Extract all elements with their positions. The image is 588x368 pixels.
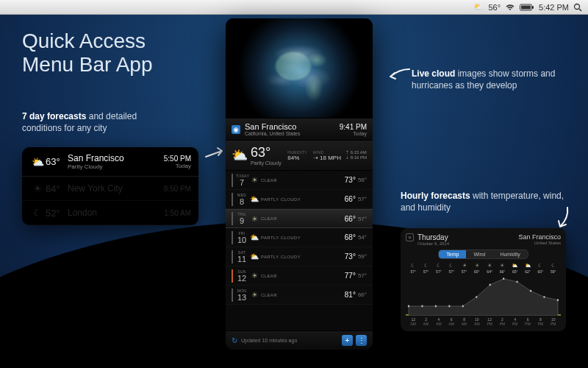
day-high: 66° (345, 215, 356, 223)
hourly-icons: ☾☾☾☾☀☀☀☀⛅⛅☾☾ (406, 263, 561, 269)
seg-temp[interactable]: Temp (439, 250, 466, 258)
city-time: 8:50 PM (164, 185, 191, 193)
weather-icon: ☀ (29, 183, 46, 194)
day-low: 57° (358, 216, 367, 222)
location-time-sub: Today (340, 131, 367, 136)
svg-point-15 (530, 290, 531, 292)
forecast-day-row[interactable]: SAT11⛅PARTLY CLOUDY73°59° (226, 247, 373, 266)
panel-footer: ↻ Updated 10 minutes ago + ⋮ (226, 330, 373, 350)
svg-point-10 (462, 305, 464, 308)
settings-button[interactable]: ⋮ (356, 335, 367, 346)
hourly-region: United States (518, 241, 561, 245)
seg-wind[interactable]: Wind (466, 250, 492, 258)
day-low: 66° (358, 291, 367, 298)
city-time: 1:50 AM (164, 209, 191, 217)
day-high: 66° (345, 195, 356, 203)
day-low: 57° (358, 196, 367, 202)
day-condition: CLEAR (261, 216, 345, 221)
annot-forecasts: 7 day forecasts and detailed conditions … (22, 110, 176, 134)
svg-point-12 (490, 284, 491, 286)
svg-point-6 (408, 305, 409, 308)
svg-rect-2 (521, 5, 531, 9)
day-condition: PARTLY CLOUDY (261, 255, 345, 259)
forecast-day-row[interactable]: SUN12☀CLEAR77°57° (226, 266, 373, 286)
svg-point-7 (421, 305, 423, 308)
add-location-button[interactable]: + (342, 335, 353, 346)
weather-icon: ☾ (29, 207, 46, 219)
svg-point-9 (448, 305, 450, 308)
hourly-popover: × Thursday October 9, 2014 San Francisco… (401, 228, 566, 331)
forecast-days: TODAY7☀CLEAR73°58°WED8⛅PARTLY CLOUDY66°5… (226, 171, 373, 330)
forecast-day-row[interactable]: TODAY7☀CLEAR73°58° (226, 171, 373, 190)
location-city: San Francisco (245, 122, 340, 131)
city-list-item[interactable]: ☀64°New York City8:50 PM (22, 177, 198, 201)
weather-icon: ⛅ (29, 156, 46, 168)
day-low: 58° (358, 177, 367, 183)
sunrise-time: ⇡ 6:15 AM (345, 150, 367, 155)
forecast-day-row[interactable]: WED8⛅PARTLY CLOUDY66°57° (226, 190, 373, 209)
city-temp: 52° (46, 208, 68, 219)
day-weather-icon: ☀ (248, 176, 261, 184)
location-header[interactable]: ◉ San Francisco California, United State… (226, 118, 373, 141)
seg-humidity[interactable]: Humidity (492, 250, 527, 258)
city-list-item[interactable]: ☾52°London1:50 AM (22, 201, 198, 225)
day-low: 54° (358, 234, 367, 241)
city-name: San Francisco (68, 153, 164, 163)
svg-point-11 (476, 296, 477, 298)
spotlight-icon[interactable] (573, 3, 582, 12)
refresh-icon[interactable]: ↻ (232, 336, 237, 344)
current-weather-icon: ⛅ (232, 147, 246, 163)
location-time: 9:41 PM (340, 123, 367, 131)
hourly-loc: San Francisco (518, 233, 561, 241)
marketing-headline: Quick Access Menu Bar App (22, 29, 152, 77)
day-condition: CLEAR (261, 178, 345, 183)
svg-rect-1 (532, 6, 534, 9)
hourly-date: October 9, 2014 (417, 241, 518, 246)
current-wind: ⇢ 18 MPH (313, 155, 341, 161)
current-cond: Partly Cloudy (251, 160, 282, 166)
forecast-day-row[interactable]: FRI10⛅PARTLY CLOUDY68°54° (226, 228, 373, 247)
wifi-icon[interactable] (505, 4, 515, 11)
day-weather-icon: ☀ (248, 272, 261, 280)
current-temp: 63° (251, 145, 282, 160)
current-conditions: ⛅ 63° Partly Cloudy HUMIDITY 84% WIND ⇢ … (226, 141, 373, 171)
city-list-preview: ⛅63°San FranciscoPartly Cloudy5:50 PMTod… (22, 147, 198, 225)
globe-live-cloud[interactable] (226, 18, 373, 118)
day-weather-icon: ☀ (248, 215, 261, 223)
city-name: New York City (68, 183, 164, 194)
city-time: 5:50 PM (164, 155, 191, 163)
day-low: 57° (358, 272, 367, 279)
arrow-left-icon (386, 66, 411, 84)
city-temp: 63° (46, 156, 68, 167)
svg-point-16 (543, 296, 545, 298)
hourly-segment[interactable]: Temp Wind Humidity (438, 250, 528, 259)
macos-menubar: ⛅ 56° 5:42 PM (0, 0, 588, 15)
weather-menubar-item[interactable]: ⛅ 56° (473, 2, 501, 12)
arrow-right-icon (204, 144, 226, 166)
svg-point-14 (516, 280, 517, 283)
close-icon[interactable]: × (406, 233, 414, 241)
hourly-day: Thursday (417, 233, 518, 241)
day-high: 73° (345, 252, 356, 261)
forecast-day-row[interactable]: THU9☀CLEAR66°57° (226, 209, 373, 228)
annot-livecloud: Live cloud images show storms and hurric… (412, 68, 566, 91)
hourly-temps: 57°57°57°57°57°60°64°66°65°62°60°59° (406, 269, 561, 274)
day-weather-icon: ⛅ (248, 252, 261, 261)
day-high: 68° (345, 233, 356, 241)
updated-label: Updated 10 minutes ago (241, 338, 339, 343)
current-humidity: 84% (287, 155, 307, 161)
weather-panel: ◉ San Francisco California, United State… (226, 18, 373, 350)
annot-hourly: Hourly forecasts with temperature, wind,… (401, 190, 566, 213)
forecast-day-row[interactable]: MON13☀CLEAR81°66° (226, 286, 373, 305)
battery-icon[interactable] (520, 4, 534, 11)
day-weather-icon: ⛅ (248, 233, 261, 241)
day-high: 81° (345, 291, 356, 299)
location-region: California, United States (245, 131, 340, 136)
menubar-clock[interactable]: 5:42 PM (539, 3, 569, 12)
hourly-chart (406, 275, 561, 316)
day-condition: CLEAR (261, 274, 345, 278)
day-condition: PARTLY CLOUDY (261, 236, 345, 240)
day-high: 77° (345, 272, 356, 280)
city-list-item[interactable]: ⛅63°San FranciscoPartly Cloudy5:50 PMTod… (22, 147, 198, 177)
svg-point-3 (575, 4, 580, 9)
